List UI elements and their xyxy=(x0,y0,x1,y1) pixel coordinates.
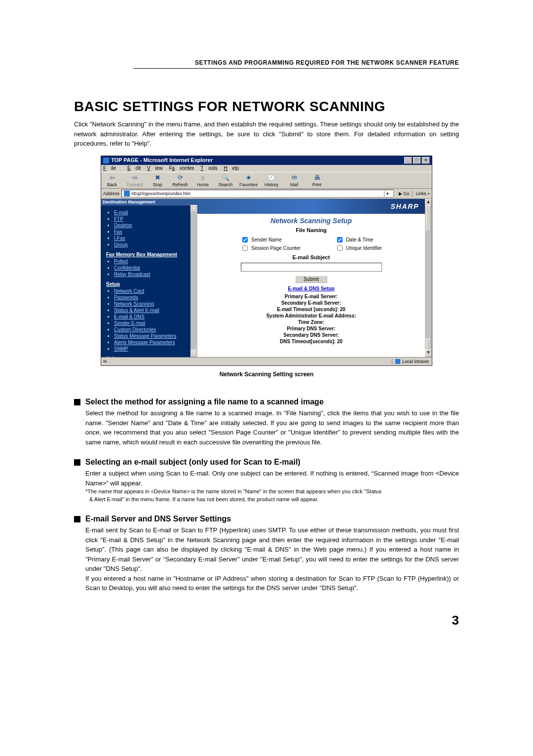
scroll-thumb[interactable] xyxy=(426,339,431,351)
sidebar-cat-faxmemory[interactable]: Fax Memory Box Management xyxy=(106,252,193,258)
section-email-subject: Selecting an e-mail subject (only used f… xyxy=(74,458,459,504)
address-input[interactable]: nEq2/ngxxxx0xxnp/undex.htm ▾ xyxy=(121,190,394,198)
back-button[interactable]: ⇦Back xyxy=(103,173,121,188)
zone-icon xyxy=(395,359,400,364)
sidebar-item-networkscan[interactable]: Network Scanning xyxy=(114,301,154,307)
sidebar-scrollbar[interactable]: ▲ ▼ xyxy=(190,205,197,357)
sidebar-item-ftp[interactable]: FTP xyxy=(114,216,123,222)
section-title: Select the method for assigning a file n… xyxy=(85,398,324,406)
ie-menu-bar: File Edit View Favorites Tools Help xyxy=(101,165,432,172)
page-title: BASIC SETTINGS FOR NETWORK SCANNING xyxy=(74,99,459,115)
section-title: Selecting an e-mail subject (only used f… xyxy=(85,458,301,467)
sidebar-item-email[interactable]: E-mail xyxy=(114,210,128,215)
intro-paragraph: Click "Network Scanning" in the menu fra… xyxy=(74,119,459,149)
menu-edit[interactable]: Edit xyxy=(127,165,141,171)
link-email-dns-setup[interactable]: E-mail & DNS Setup xyxy=(288,286,334,291)
chk-date-time[interactable]: Date & Time xyxy=(335,236,382,244)
close-button[interactable]: × xyxy=(422,157,430,164)
scroll-down-icon[interactable]: ▼ xyxy=(425,350,432,357)
sidebar-item-desktop[interactable]: Desktop xyxy=(114,223,132,228)
chk-sender-name[interactable]: Sender Name xyxy=(240,236,301,244)
scroll-thumb[interactable] xyxy=(426,205,431,231)
checkbox-icon[interactable] xyxy=(337,237,343,242)
search-button[interactable]: 🔍Search xyxy=(217,173,234,188)
mail-button[interactable]: ✉Mail xyxy=(285,173,303,188)
sidebar-item-group[interactable]: Group xyxy=(114,242,128,247)
ie-main-frame: ▲ ▼ SHARP Network Scanning Setup File Na… xyxy=(197,199,432,357)
main-title: Network Scanning Setup xyxy=(197,217,425,225)
sharp-banner: SHARP xyxy=(197,199,425,214)
figure-caption: Network Scanning Setting screen xyxy=(74,371,459,378)
sidebar-item-passwords[interactable]: Passwords xyxy=(114,295,138,300)
links-button[interactable]: Links » xyxy=(412,191,430,197)
checkbox-icon[interactable] xyxy=(242,245,248,251)
sidebar-item-alertsparams[interactable]: Alerts Message Parameters xyxy=(114,340,175,345)
checkbox-icon[interactable] xyxy=(337,245,343,251)
section-email-dns: E-mail Server and DNS Server Settings E-… xyxy=(74,515,459,593)
sidebar-item-emaildns[interactable]: E-mail & DNS xyxy=(114,314,145,319)
sidebar-item-statusalert[interactable]: Status & Alert E-mail xyxy=(114,308,159,313)
menu-favorites[interactable]: Favorites xyxy=(169,165,194,171)
refresh-button[interactable]: ⟳Refresh xyxy=(171,173,189,188)
sidebar-item-statusparams[interactable]: Status Message Parameters xyxy=(114,333,176,339)
sidebar-item-relay[interactable]: Relay Broadcast xyxy=(114,272,150,277)
sidebar-item-fax[interactable]: Fax xyxy=(114,229,122,235)
sidebar-item-customdirs[interactable]: Custom Directories xyxy=(114,327,156,332)
heading-email-subject: E-mail Subject xyxy=(197,254,425,261)
chk-unique-id[interactable]: Unique Identifier xyxy=(335,244,382,252)
menu-view[interactable]: View xyxy=(147,165,163,171)
square-bullet-icon xyxy=(74,459,80,466)
address-label: Address xyxy=(103,191,119,197)
section-body: Select the method for assigning a file n… xyxy=(85,408,459,447)
menu-tools[interactable]: Tools xyxy=(200,165,217,171)
address-bar: Address nEq2/ngxxxx0xxnp/undex.htm ▾ ▶ G… xyxy=(101,189,432,199)
home-button[interactable]: ⌂Home xyxy=(194,173,212,188)
sidebar-item-senderemail[interactable]: Sender E-mail xyxy=(114,320,145,326)
address-url: nEq2/ngxxxx0xxnp/undex.htm xyxy=(131,191,190,197)
minimize-button[interactable]: _ xyxy=(404,157,412,164)
home-icon: ⌂ xyxy=(198,173,207,182)
history-icon: 🕘 xyxy=(267,173,276,182)
checkbox-icon[interactable] xyxy=(242,237,248,242)
sidebar-item-ifax[interactable]: I-Fax xyxy=(114,236,125,241)
chk-session-counter[interactable]: Session Page Counter xyxy=(240,244,301,252)
section-title: E-mail Server and DNS Server Settings xyxy=(85,515,231,523)
section-body: E-mail sent by Scan to E-mail or Scan to… xyxy=(85,525,459,574)
address-dropdown-icon[interactable]: ▾ xyxy=(384,191,391,197)
go-button[interactable]: ▶ Go xyxy=(399,191,410,197)
sharp-logo: SHARP xyxy=(391,202,419,211)
kv-timezone: Time Zone: xyxy=(197,319,425,325)
footnote-line1: *The name that appears in <Device Name> … xyxy=(85,488,459,496)
favorites-button[interactable]: ★Favorites xyxy=(239,173,258,188)
sidebar-help[interactable]: Help xyxy=(106,356,193,357)
history-button[interactable]: 🕘History xyxy=(263,173,280,188)
print-button[interactable]: 🖶Print xyxy=(308,173,326,188)
sidebar-cat-setup[interactable]: Setup xyxy=(106,281,193,287)
menu-help[interactable]: Help xyxy=(224,165,239,171)
forward-button[interactable]: ⇨Forward xyxy=(126,173,144,188)
url-page-icon xyxy=(124,191,130,197)
sidebar-item-networkcard[interactable]: Network Card xyxy=(114,288,144,294)
sidebar-item-confidential[interactable]: Confidential xyxy=(114,265,140,271)
stop-button[interactable]: ✖Stop xyxy=(149,173,166,188)
section-file-naming: Select the method for assigning a file n… xyxy=(74,398,459,447)
sidebar-item-polled[interactable]: Polled xyxy=(114,259,128,264)
kv-secondary-dns: Secondary DNS Server: xyxy=(197,332,425,338)
scroll-down-icon[interactable]: ▼ xyxy=(190,350,197,357)
back-icon: ⇦ xyxy=(108,173,116,182)
refresh-icon: ⟳ xyxy=(176,173,185,182)
scroll-up-icon[interactable]: ▲ xyxy=(190,205,197,212)
menu-file[interactable]: File xyxy=(103,165,121,171)
main-scrollbar[interactable]: ▲ ▼ xyxy=(425,199,432,357)
print-icon: 🖶 xyxy=(312,173,321,182)
submit-button[interactable]: Submit xyxy=(295,276,327,283)
sidebar-item-snmp[interactable]: SNMP xyxy=(114,346,128,352)
email-subject-input[interactable] xyxy=(241,263,382,272)
maximize-button[interactable]: □ xyxy=(413,157,421,164)
section-body: Enter a subject when using Scan to E-mai… xyxy=(85,469,459,488)
zone-label: Local intranet xyxy=(402,359,429,364)
ie-status-bar: ✉ Local intranet xyxy=(101,357,432,365)
mail-icon: ✉ xyxy=(290,173,299,182)
square-bullet-icon xyxy=(74,516,80,522)
kv-dns-timeout: DNS Timeout[seconds]: 20 xyxy=(197,339,425,345)
